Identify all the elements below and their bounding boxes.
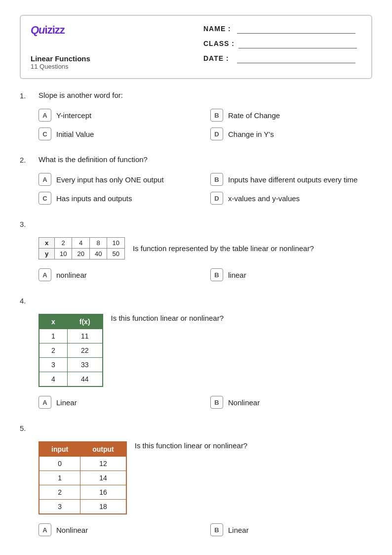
q5-col1-header: input (39, 442, 80, 457)
option-2a-text: Every input has only ONE output (56, 175, 164, 184)
q4-row2-x: 2 (39, 343, 67, 358)
option-4b-text: Nonlinear (228, 398, 260, 407)
q5-row4-x: 3 (39, 500, 80, 514)
q5-row3-x: 2 (39, 485, 80, 500)
header: Quizizz Linear Functions 11 Questions NA… (20, 15, 372, 79)
option-2b-letter: B (210, 173, 223, 186)
option-2c: C Has inputs and outputs (39, 192, 200, 205)
option-1b: B Rate of Change (210, 109, 372, 122)
question-5-table: input output 0 12 1 14 2 16 3 18 (39, 441, 127, 514)
question-5-content: input output 0 12 1 14 2 16 3 18 (39, 441, 372, 514)
name-label: NAME : (203, 25, 233, 33)
option-5a: A Nonlinear (39, 523, 200, 536)
q5-col2-header: output (80, 442, 126, 457)
question-4: 4. x f(x) 1 11 2 22 3 33 (20, 296, 372, 409)
question-4-options: A Linear B Nonlinear (39, 396, 372, 409)
option-1a-text: Y-intercept (56, 111, 91, 120)
question-3-content: x 2 4 8 10 y 10 20 40 50 Is function rep… (39, 237, 372, 259)
q5-row2-fx: 14 (80, 471, 126, 485)
option-1c-letter: C (39, 128, 51, 140)
option-2a-letter: A (39, 173, 51, 186)
option-2c-letter: C (39, 192, 51, 205)
option-1c: C Initial Value (39, 128, 200, 140)
date-input[interactable] (237, 53, 355, 63)
option-4b-letter: B (210, 396, 223, 409)
question-3-options: A nonlinear B linear (39, 268, 372, 281)
option-1b-letter: B (210, 109, 223, 122)
option-2a: A Every input has only ONE output (39, 173, 200, 186)
q4-row2-fx: 22 (67, 343, 102, 358)
question-4-content: x f(x) 1 11 2 22 3 33 4 44 (39, 314, 372, 387)
q4-row1-x: 1 (39, 329, 67, 343)
question-3-table: x 2 4 8 10 y 10 20 40 50 (39, 237, 125, 259)
option-3b-text: linear (228, 271, 246, 279)
question-1: 1. Slope is another word for: A Y-interc… (20, 91, 372, 140)
question-3-number: 3. (20, 219, 34, 228)
quiz-questions-count: 11 Questions (31, 63, 90, 70)
q5-row2-x: 1 (39, 471, 80, 485)
question-4-number: 4. (20, 296, 34, 305)
option-4b: B Nonlinear (210, 396, 372, 409)
option-2b: B Inputs have different outputs every ti… (210, 173, 372, 186)
question-4-table: x f(x) 1 11 2 22 3 33 4 44 (39, 314, 103, 387)
name-row: NAME : (203, 24, 361, 34)
option-1d-letter: D (210, 128, 223, 140)
question-5-number: 5. (20, 424, 34, 432)
question-5-options: A Nonlinear B Linear (39, 523, 372, 536)
class-label: CLASS : (203, 40, 235, 47)
option-4a: A Linear (39, 396, 200, 409)
class-input[interactable] (238, 39, 357, 48)
option-3a: A nonlinear (39, 268, 200, 281)
question-1-options: A Y-intercept B Rate of Change C Initial… (39, 109, 372, 140)
option-1d-text: Change in Y's (228, 130, 274, 138)
header-right: NAME : CLASS : DATE : (203, 24, 361, 63)
question-2: 2. What is the definition of function? A… (20, 155, 372, 205)
option-5b-text: Linear (228, 526, 249, 534)
q3-x1: 2 (55, 238, 72, 249)
option-1a-letter: A (39, 109, 51, 122)
question-3-text: Is function represented by the table lin… (133, 244, 314, 253)
q3-x4: 10 (107, 238, 124, 249)
option-5a-letter: A (39, 523, 51, 536)
quizizz-logo: Quizizz (31, 24, 90, 37)
option-4a-text: Linear (56, 398, 77, 407)
option-4a-letter: A (39, 396, 51, 409)
name-input[interactable] (237, 24, 355, 34)
q3-x3: 8 (89, 238, 107, 249)
question-1-number: 1. (20, 91, 34, 100)
q3-y1: 10 (55, 249, 72, 259)
option-5b-letter: B (210, 523, 223, 536)
date-label: DATE : (203, 54, 233, 62)
q5-row4-fx: 18 (80, 500, 126, 514)
q4-row3-fx: 33 (67, 358, 102, 372)
q3-y-label: y (39, 249, 55, 259)
question-1-text: Slope is another word for: (39, 91, 372, 99)
option-5a-text: Nonlinear (56, 526, 88, 534)
option-1b-text: Rate of Change (228, 111, 280, 120)
q4-col2-header: f(x) (67, 314, 102, 329)
option-1a: A Y-intercept (39, 109, 200, 122)
q5-row1-fx: 12 (80, 457, 126, 471)
quiz-title: Linear Functions (31, 54, 90, 63)
option-5b: B Linear (210, 523, 372, 536)
question-5-text: Is this function linear or nonlinear? (135, 441, 247, 450)
option-1c-text: Initial Value (56, 130, 94, 138)
option-3a-text: nonlinear (56, 271, 87, 279)
q4-row4-fx: 44 (67, 372, 102, 387)
q4-col1-header: x (39, 314, 67, 329)
q4-row3-x: 3 (39, 358, 67, 372)
q3-x-label: x (39, 238, 55, 249)
class-row: CLASS : (203, 39, 361, 48)
option-2b-text: Inputs have different outputs every time (228, 175, 357, 184)
question-2-number: 2. (20, 155, 34, 164)
question-2-text: What is the definition of function? (39, 155, 372, 164)
question-5: 5. input output 0 12 1 14 2 16 (20, 424, 372, 536)
q3-y3: 40 (89, 249, 107, 259)
q4-row4-x: 4 (39, 372, 67, 387)
option-3b-letter: B (210, 268, 223, 281)
question-2-options: A Every input has only ONE output B Inpu… (39, 173, 372, 205)
option-2d: D x-values and y-values (210, 192, 372, 205)
date-row: DATE : (203, 53, 361, 63)
q3-y4: 50 (107, 249, 124, 259)
option-3a-letter: A (39, 268, 51, 281)
